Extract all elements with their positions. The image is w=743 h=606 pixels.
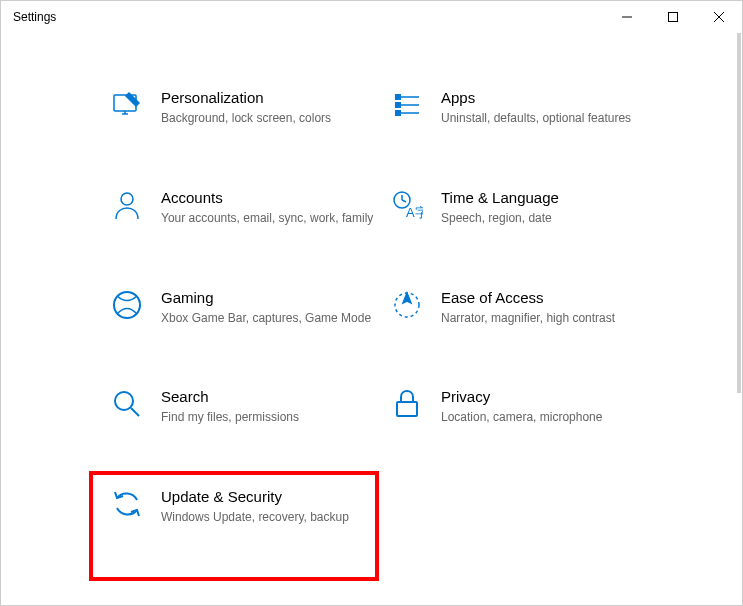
category-text: Time & Language Speech, region, date [441, 187, 661, 227]
svg-point-20 [115, 392, 133, 410]
svg-rect-1 [669, 13, 678, 22]
category-personalization[interactable]: Personalization Background, lock screen,… [111, 83, 381, 131]
category-privacy[interactable]: Privacy Location, camera, microphone [391, 382, 661, 430]
category-desc: Uninstall, defaults, optional features [441, 110, 661, 127]
titlebar: Settings [1, 1, 742, 33]
close-button[interactable] [696, 1, 742, 33]
category-desc: Location, camera, microphone [441, 409, 661, 426]
category-accounts[interactable]: Accounts Your accounts, email, sync, wor… [111, 183, 381, 231]
category-desc: Background, lock screen, colors [161, 110, 381, 127]
category-ease-of-access[interactable]: Ease of Access Narrator, magnifier, high… [391, 283, 661, 331]
category-desc: Xbox Game Bar, captures, Game Mode [161, 310, 381, 327]
category-title: Time & Language [441, 189, 661, 206]
category-text: Search Find my files, permissions [161, 386, 381, 426]
window-controls [604, 1, 742, 33]
category-search[interactable]: Search Find my files, permissions [111, 382, 381, 430]
privacy-icon [391, 388, 423, 420]
category-desc: Speech, region, date [441, 210, 661, 227]
svg-line-16 [402, 200, 406, 202]
svg-rect-22 [397, 402, 417, 416]
category-desc: Narrator, magnifier, high contrast [441, 310, 661, 327]
close-icon [714, 12, 724, 22]
update-security-icon [111, 488, 143, 520]
category-title: Personalization [161, 89, 381, 106]
category-desc: Windows Update, recovery, backup [161, 509, 381, 526]
gaming-icon [111, 289, 143, 321]
scrollbar[interactable] [737, 33, 741, 393]
minimize-button[interactable] [604, 1, 650, 33]
minimize-icon [622, 12, 632, 22]
category-text: Gaming Xbox Game Bar, captures, Game Mod… [161, 287, 381, 327]
svg-rect-10 [395, 94, 401, 100]
svg-point-13 [121, 193, 133, 205]
maximize-button[interactable] [650, 1, 696, 33]
svg-text:A字: A字 [406, 205, 423, 220]
category-text: Ease of Access Narrator, magnifier, high… [441, 287, 661, 327]
category-text: Apps Uninstall, defaults, optional featu… [441, 87, 661, 127]
category-desc: Find my files, permissions [161, 409, 381, 426]
category-desc: Your accounts, email, sync, work, family [161, 210, 381, 227]
svg-line-21 [131, 408, 139, 416]
svg-rect-12 [395, 110, 401, 116]
personalization-icon [111, 89, 143, 121]
category-text: Update & Security Windows Update, recove… [161, 486, 381, 526]
category-title: Gaming [161, 289, 381, 306]
svg-rect-11 [395, 102, 401, 108]
accounts-icon [111, 189, 143, 221]
category-title: Accounts [161, 189, 381, 206]
category-title: Search [161, 388, 381, 405]
category-title: Ease of Access [441, 289, 661, 306]
category-update-security[interactable]: Update & Security Windows Update, recove… [111, 482, 381, 530]
time-language-icon: A字 [391, 189, 423, 221]
categories-grid: Personalization Background, lock screen,… [111, 83, 702, 530]
content-area: Personalization Background, lock screen,… [1, 33, 742, 605]
category-apps[interactable]: Apps Uninstall, defaults, optional featu… [391, 83, 661, 131]
category-gaming[interactable]: Gaming Xbox Game Bar, captures, Game Mod… [111, 283, 381, 331]
window-title: Settings [13, 10, 56, 24]
maximize-icon [668, 12, 678, 22]
search-icon [111, 388, 143, 420]
category-text: Personalization Background, lock screen,… [161, 87, 381, 127]
category-text: Accounts Your accounts, email, sync, wor… [161, 187, 381, 227]
category-title: Update & Security [161, 488, 381, 505]
category-title: Privacy [441, 388, 661, 405]
category-text: Privacy Location, camera, microphone [441, 386, 661, 426]
category-time-language[interactable]: A字 Time & Language Speech, region, date [391, 183, 661, 231]
category-title: Apps [441, 89, 661, 106]
ease-of-access-icon [391, 289, 423, 321]
apps-icon [391, 89, 423, 121]
